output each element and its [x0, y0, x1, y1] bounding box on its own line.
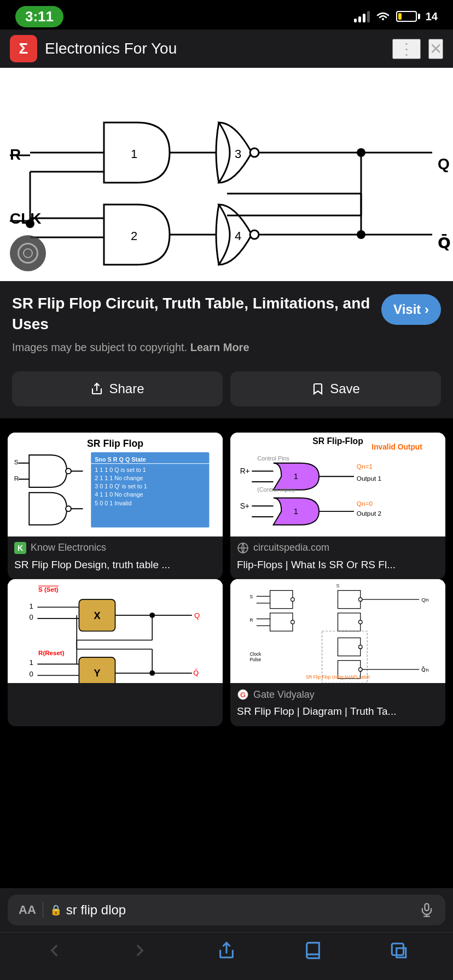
aa-label[interactable]: AA [19, 903, 36, 917]
svg-point-104 [291, 598, 295, 602]
tabs-button[interactable] [380, 938, 418, 967]
learn-more-link[interactable]: Learn More [190, 341, 249, 353]
bookmarks-button[interactable] [294, 938, 332, 967]
result-image-4: S [230, 579, 445, 683]
battery-indicator [396, 11, 420, 22]
tabs-icon [390, 941, 408, 960]
status-icons: 14 [354, 10, 438, 23]
result-image-2: SR Flip-Flop Invalid Output R+ S+ 1 1 Qn… [230, 433, 445, 536]
wifi-icon [375, 10, 391, 22]
result-desc-4: SR Flip Flop | Diagram | Truth Ta... [230, 703, 445, 726]
lens-icon [18, 243, 38, 264]
svg-text:Q̄: Q̄ [438, 234, 451, 252]
svg-text:X: X [94, 610, 100, 621]
info-panel: SR Flip Flop Circuit, Truth Table, Limit… [0, 281, 453, 418]
tab-bar: Σ Electronics For You ⋮ ✕ [0, 30, 453, 68]
svg-text:1: 1 [131, 147, 137, 161]
svg-point-18 [250, 148, 259, 157]
svg-text:1: 1 [30, 602, 33, 610]
share-nav-icon [217, 941, 236, 960]
main-circuit-image: R CLK Q Q̄ 1 2 3 [0, 68, 453, 281]
svg-point-105 [291, 620, 295, 624]
svg-text:S: S [336, 583, 339, 588]
svg-text:1    1  1  0  Q is set to 1: 1 1 1 0 Q is set to 1 [95, 466, 146, 473]
battery-label: 14 [426, 10, 438, 23]
svg-rect-101 [338, 613, 361, 631]
search-bar[interactable]: AA 🔒 sr flip dlop [8, 895, 445, 925]
section-divider [0, 418, 453, 425]
svg-text:SR Flip Flop Using NAND Latch: SR Flip Flop Using NAND Latch [306, 675, 370, 680]
lock-icon: 🔒 [50, 904, 62, 916]
tab-title: Electronics For You [45, 40, 385, 57]
chevron-left-icon [45, 941, 63, 960]
share-nav-button[interactable] [207, 938, 246, 967]
save-button[interactable]: Save [230, 371, 441, 406]
result-image-1: SR Flip Flop S R Sno S R Q Q State 1 1 1… [8, 433, 223, 536]
google-lens-button[interactable] [10, 235, 46, 271]
svg-rect-102 [338, 638, 361, 656]
globe-icon [237, 542, 249, 554]
svg-text:(Control Input): (Control Input) [257, 486, 295, 492]
close-tab-button[interactable]: ✕ [428, 39, 443, 59]
result-card-3[interactable]: S (Set) 1 0 X Q R(Reset) [8, 579, 223, 726]
bookmark-icon [311, 382, 324, 395]
svg-text:Output 2: Output 2 [357, 510, 381, 517]
search-query-area: 🔒 sr flip dlop [50, 902, 413, 918]
svg-point-109 [359, 668, 363, 672]
svg-text:4    1  1  0  No change: 4 1 1 0 No change [95, 491, 143, 497]
svg-text:Q: Q [438, 155, 450, 172]
svg-text:2    1  1  1  No change: 2 1 1 1 No change [95, 475, 143, 481]
signal-bars-icon [354, 10, 370, 22]
result-card-2[interactable]: SR Flip-Flop Invalid Output R+ S+ 1 1 Qn… [230, 433, 445, 580]
svg-rect-99 [270, 613, 293, 631]
svg-text:Q̄n: Q̄n [421, 667, 429, 673]
source-icon-1: K [14, 542, 26, 554]
svg-text:Qn=0: Qn=0 [357, 500, 373, 507]
svg-text:5    0  0  1  Invalid: 5 0 0 1 Invalid [95, 500, 131, 506]
svg-text:SR Flip Flop: SR Flip Flop [87, 438, 143, 449]
app-icon: Σ [10, 35, 37, 62]
result-desc-2: Flip-Flops | What Is SR Or RS Fl... [230, 556, 445, 580]
svg-point-22 [250, 230, 259, 239]
microphone-icon[interactable] [419, 902, 434, 918]
search-query-text: sr flip dlop [66, 902, 126, 918]
svg-text:Sno  S  R  Q  Q  State: Sno S R Q Q State [95, 456, 146, 462]
svg-text:R(Reset): R(Reset) [38, 650, 65, 656]
back-button [35, 938, 73, 967]
result-card-1[interactable]: SR Flip Flop S R Sno S R Q Q State 1 1 1… [8, 433, 223, 580]
results-grid: SR Flip Flop S R Sno S R Q Q State 1 1 1… [0, 425, 453, 580]
svg-text:0: 0 [30, 614, 33, 622]
result-source-3 [8, 683, 223, 696]
result-source-1: K Know Electronics [8, 536, 223, 556]
svg-text:S: S [14, 458, 19, 465]
chevron-right-icon [131, 941, 149, 960]
svg-point-35 [66, 468, 71, 474]
result-card-4[interactable]: S [230, 579, 445, 726]
svg-text:1: 1 [294, 472, 298, 481]
svg-text:Qn: Qn [421, 597, 428, 603]
article-title: SR Flip Flop Circuit, Truth Table, Limit… [12, 293, 371, 335]
svg-text:Q: Q [194, 611, 200, 620]
results-extra: S (Set) 1 0 X Q R(Reset) [0, 579, 453, 836]
svg-text:Pulse: Pulse [249, 658, 261, 663]
svg-text:Qn=1: Qn=1 [357, 462, 373, 469]
svg-text:Control Pins: Control Pins [257, 454, 289, 461]
svg-text:Clock: Clock [249, 652, 262, 657]
svg-point-107 [359, 620, 363, 624]
svg-rect-131 [392, 943, 403, 955]
svg-text:S+: S+ [240, 502, 249, 510]
action-row: Share Save [12, 364, 441, 418]
info-title-row: SR Flip Flop Circuit, Truth Table, Limit… [12, 293, 441, 335]
result-desc-1: SR Flip Flop Design, truth table ... [8, 556, 223, 580]
svg-rect-98 [270, 591, 293, 609]
svg-rect-127 [425, 903, 429, 911]
result-desc-3 [8, 696, 223, 706]
more-button[interactable]: ⋮ [392, 39, 421, 59]
forward-button [121, 938, 159, 967]
svg-text:3    0  1  0  Q' is set to 1: 3 0 1 0 Q' is set to 1 [95, 482, 147, 489]
result-source-2: circuitspedia.com [230, 536, 445, 556]
svg-text:R: R [14, 475, 19, 482]
share-button[interactable]: Share [12, 371, 223, 406]
svg-text:SR Flip-Flop: SR Flip-Flop [312, 436, 363, 446]
visit-button[interactable]: Visit › [381, 294, 441, 325]
